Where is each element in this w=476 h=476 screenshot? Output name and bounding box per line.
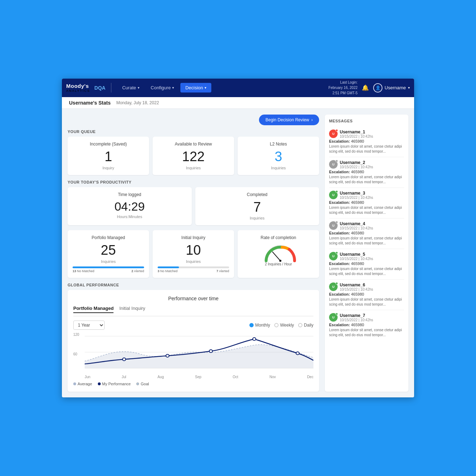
rate-completion-card: Rate of completion (238, 230, 319, 278)
brand-name: Moody's (66, 83, 90, 89)
message-item[interactable]: U Username_2 10/15/2022 | 10:42hs Escala… (329, 157, 404, 188)
radio-weekly[interactable]: Weekly (274, 323, 294, 328)
content-area: Begin Decision Review › YOUR QUEUE Incom… (68, 115, 319, 392)
stats-date: Monday, July 18, 2022 (116, 100, 159, 105)
msg-username: Username_3 (340, 191, 373, 196)
user-menu[interactable]: 👤 Username ▾ (373, 83, 410, 92)
chevron-down-icon: ▾ (408, 86, 410, 90)
msg-username: Username_4 (340, 221, 373, 226)
legend-goal: Goal (136, 382, 149, 386)
portfolio-managed-card: Porfolio Managed 25 Inquiries 13 No Matc… (68, 230, 149, 278)
msg-username: Username_6 (340, 282, 373, 287)
card-sublabel: Inquiries (243, 166, 314, 170)
status-dot (335, 221, 338, 223)
avatar-initials: U (332, 224, 335, 227)
legend-dot (73, 382, 76, 385)
portfolio-label: Porfolio Managed (73, 235, 144, 240)
avatar-initials: U (332, 132, 335, 136)
legend-dot (98, 382, 101, 385)
message-item[interactable]: U Username_6 10/15/2022 | 10:42hs Escala… (329, 280, 404, 310)
nav-curate[interactable]: Curate ▾ (117, 83, 144, 92)
msg-escalation: Escalation: 465980 (329, 200, 404, 205)
global-performance-panel: Performance over time Portfolio Managed … (68, 290, 319, 392)
initial-value: 10 (158, 243, 229, 258)
svg-point-6 (166, 354, 169, 357)
svg-point-5 (122, 358, 126, 361)
msg-body: Lorem ipsum dolor sit amet, conse ctetur… (329, 297, 404, 307)
msg-avatar: U (329, 282, 338, 291)
msg-body: Lorem ipsum dolor sit amet, conse ctetur… (329, 205, 404, 215)
card-label: Available to Review (158, 142, 229, 147)
l2-notes-card: L2 Notes 3 Inquiries (238, 137, 319, 175)
msg-body: Lorem ipsum dolor sit amet, conse ctetur… (329, 328, 404, 338)
msg-time: 10/15/2022 | 10:42hs (340, 134, 373, 138)
card-sublabel: Inquiry (73, 166, 144, 170)
nav-configure[interactable]: Configure ▾ (146, 83, 179, 92)
messages-list: U Username_1 10/15/2022 | 10:42hs Escala… (329, 127, 404, 340)
card-value: 122 (158, 149, 229, 164)
card-label: L2 Notes (243, 142, 314, 147)
begin-decision-review-button[interactable]: Begin Decision Review › (259, 115, 319, 125)
perf-chart-title: Performance over time (73, 296, 313, 301)
tab-initial-inquiry[interactable]: Initial Inquiry (119, 306, 145, 313)
message-item[interactable]: U Username_5 10/15/2022 | 10:42hs Escala… (329, 249, 404, 280)
dqa-badge: DQA (94, 85, 105, 91)
msg-body: Lorem ipsum dolor sit amet, conse ctetur… (329, 175, 404, 185)
legend-my-performance: My Performance (98, 382, 131, 386)
tab-portfolio-managed[interactable]: Portfolio Managed (73, 306, 113, 313)
status-dot (335, 190, 338, 193)
radio-daily[interactable]: Daily (298, 323, 313, 328)
message-item[interactable]: U Username_4 10/15/2022 | 10:42hs Escala… (329, 218, 404, 249)
chevron-down-icon: ▾ (138, 86, 139, 90)
svg-point-9 (296, 352, 299, 355)
productivity-section-label: YOUR TODAY'S PRODUCTIVITY (68, 180, 319, 184)
completed-value: 7 (200, 200, 314, 215)
chart-legend: Average My Performance Goal (73, 382, 313, 386)
queue-section-label: YOUR QUEUE (68, 129, 319, 134)
year-select[interactable]: 1 Year 6 Months 3 Months (73, 321, 105, 330)
status-dot (335, 252, 338, 254)
msg-avatar: U (329, 221, 338, 230)
legend-average: Average (73, 382, 92, 386)
message-item[interactable]: U Username_1 10/15/2022 | 10:42hs Escala… (329, 127, 404, 157)
chevron-down-icon: ▾ (172, 86, 174, 90)
nav-decision[interactable]: Decision ▾ (180, 83, 211, 92)
radio-monthly[interactable]: Monthly (249, 323, 270, 328)
radio-dot (298, 323, 302, 327)
radio-dot (249, 323, 254, 327)
avatar-initials: U (332, 285, 335, 289)
msg-time: 10/15/2022 | 10:42hs (340, 226, 373, 230)
msg-avatar: U (329, 252, 338, 260)
msg-body: Lorem ipsum dolor sit amet, conse ctetur… (329, 266, 404, 276)
brand: Moody's ANALYTICS DQA (66, 83, 111, 92)
nav-right: Last Login: February 16, 2022 2:51 PM GM… (328, 80, 410, 96)
msg-avatar: U (329, 160, 338, 169)
nav-items: Curate ▾ Configure ▾ Decision ▾ (117, 83, 328, 92)
msg-body: Lorem ipsum dolor sit amet, conse ctetur… (329, 144, 404, 154)
performance-cards: Porfolio Managed 25 Inquiries 13 No Matc… (68, 230, 319, 278)
legend-dot (136, 382, 139, 385)
bell-icon[interactable]: 🔔 (362, 84, 369, 91)
begin-review-row: Begin Decision Review › (68, 115, 319, 125)
time-value: 04:29 (73, 200, 187, 213)
msg-escalation: Escalation: 465980 (329, 139, 404, 143)
global-perf-label: GLOBAL PERFORMANCE (68, 283, 319, 287)
msg-body: Lorem ipsum dolor sit amet, conse ctetur… (329, 236, 404, 246)
arrow-right-icon: › (311, 117, 313, 122)
chevron-down-icon: ▾ (205, 86, 206, 90)
last-login: Last Login: February 16, 2022 2:51 PM GM… (328, 80, 358, 96)
msg-escalation: Escalation: 465980 (329, 261, 404, 266)
completed-sublabel: Inquiries (200, 216, 314, 220)
initial-alerted: 7 Alerted (216, 269, 229, 273)
msg-escalation: Escalation: 465980 (329, 170, 404, 174)
msg-avatar: U (329, 313, 338, 322)
performance-chart: 120 60 (73, 333, 313, 379)
queue-cards: Incomplete (Saved) 1 Inquiry Available t… (68, 137, 319, 175)
message-item[interactable]: U Username_7 10/15/2022 | 10:42hs Escala… (329, 310, 404, 340)
time-logged-label: Time logged (73, 192, 187, 197)
brand-sub: ANALYTICS (66, 89, 90, 92)
initial-sublabel: Inquiries (158, 259, 229, 264)
chart-svg-wrapper (85, 333, 313, 372)
message-item[interactable]: U Username_3 10/15/2022 | 10:42hs Escala… (329, 188, 404, 218)
avatar-initials: U (332, 193, 335, 197)
